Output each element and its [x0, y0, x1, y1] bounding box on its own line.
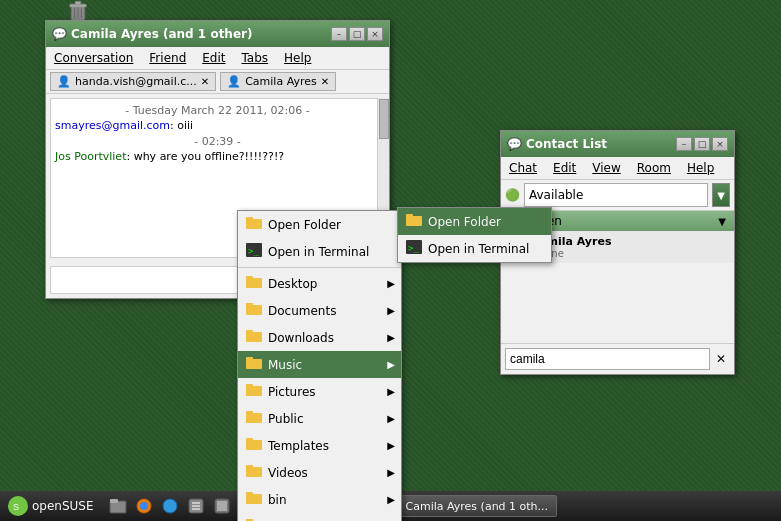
ctx-public[interactable]: Public ▶ — [238, 405, 401, 432]
svg-point-42 — [163, 499, 177, 513]
folder-icon-downloads — [246, 329, 262, 346]
svg-text:S: S — [13, 502, 19, 512]
taskbar-window-chat[interactable]: 💬 Camila Ayres (and 1 oth... — [379, 495, 558, 517]
status-label: Available — [529, 188, 583, 202]
folder-icon-desktop — [246, 275, 262, 292]
submenu-folder-icon — [406, 213, 422, 230]
opensuse-logo: S — [8, 496, 28, 516]
svg-rect-48 — [217, 501, 227, 511]
folder-icon-bin — [246, 491, 262, 508]
contact-list-empty — [501, 263, 734, 343]
available-status-icon: 🟢 — [505, 188, 520, 202]
contact-titlebar: 💬 Contact List – □ × — [501, 131, 734, 157]
tab-camila-icon: 👤 — [227, 75, 241, 88]
svg-rect-15 — [246, 330, 253, 334]
ctx-open-terminal-label: Open in Terminal — [268, 245, 369, 259]
ctx-documents[interactable]: Documents ▶ — [238, 297, 401, 324]
trash-icon[interactable] — [62, 0, 94, 22]
svg-rect-25 — [246, 465, 253, 469]
svg-rect-27 — [246, 492, 253, 496]
chat-scrollbar-thumb[interactable] — [379, 99, 389, 139]
ctx-public-html[interactable]: public_html ▶ — [238, 513, 401, 521]
ctx-open-terminal[interactable]: >_ Open in Terminal — [238, 238, 401, 265]
chat-titlebar: 💬 Camila Ayres (and 1 other) – □ × — [46, 21, 389, 47]
ctx-desktop-label: Desktop — [268, 277, 318, 291]
svg-rect-23 — [246, 438, 253, 442]
folder-icon-pictures — [246, 383, 262, 400]
ctx-pictures[interactable]: Pictures ▶ — [238, 378, 401, 405]
ctx-desktop-arrow: ▶ — [387, 278, 395, 289]
ctx-bin-arrow: ▶ — [387, 494, 395, 505]
taskbar-app-filemanager[interactable] — [106, 494, 130, 518]
tab-camila[interactable]: 👤 Camila Ayres ✕ — [220, 72, 336, 91]
svg-text:>_: >_ — [408, 243, 419, 253]
tab-camila-close[interactable]: ✕ — [321, 76, 329, 87]
folder-icon-documents — [246, 302, 262, 319]
contact-menu-view[interactable]: View — [588, 159, 624, 177]
taskbar-app-mail[interactable] — [158, 494, 182, 518]
menu-tabs[interactable]: Tabs — [238, 49, 273, 67]
folder-icon-videos — [246, 464, 262, 481]
contact-window-title: Contact List — [526, 137, 607, 151]
contact-search-area: ✕ — [501, 343, 734, 374]
submenu-open-folder[interactable]: Open Folder — [398, 208, 551, 235]
contact-search-input[interactable] — [505, 348, 710, 370]
ctx-public-label: Public — [268, 412, 304, 426]
ctx-desktop[interactable]: Desktop ▶ — [238, 270, 401, 297]
taskbar-app-settings[interactable] — [184, 494, 208, 518]
submenu-open-terminal[interactable]: >_ Open in Terminal — [398, 235, 551, 262]
status-dropdown[interactable]: Available — [524, 183, 708, 207]
svg-rect-7 — [246, 217, 253, 221]
folder-icon-public — [246, 410, 262, 427]
menu-conversation[interactable]: Conversation — [50, 49, 137, 67]
chat-sender-1: smayres@gmail.com — [55, 119, 170, 132]
tab-camila-label: Camila Ayres — [245, 75, 317, 88]
ctx-videos[interactable]: Videos ▶ — [238, 459, 401, 486]
contact-minimize-button[interactable]: – — [676, 137, 692, 151]
svg-rect-11 — [246, 276, 253, 280]
tab-handa[interactable]: 👤 handa.vish@gmail.c... ✕ — [50, 72, 216, 91]
chat-window-title: Camila Ayres (and 1 other) — [71, 27, 252, 41]
chat-timestamp-2: - 02:39 - — [55, 134, 380, 149]
contact-menu-help[interactable]: Help — [683, 159, 718, 177]
svg-rect-2 — [75, 1, 81, 4]
ctx-public-arrow: ▶ — [387, 413, 395, 424]
chat-close-button[interactable]: × — [367, 27, 383, 41]
svg-rect-17 — [246, 357, 253, 361]
chat-minimize-button[interactable]: – — [331, 27, 347, 41]
chat-tabs: 👤 handa.vish@gmail.c... ✕ 👤 Camila Ayres… — [46, 70, 389, 94]
taskbar-app-browser[interactable] — [132, 494, 156, 518]
contact-menu-room[interactable]: Room — [633, 159, 675, 177]
menu-help[interactable]: Help — [280, 49, 315, 67]
svg-rect-13 — [246, 303, 253, 307]
contact-window-controls: – □ × — [676, 137, 728, 151]
ctx-downloads[interactable]: Downloads ▶ — [238, 324, 401, 351]
taskbar-start[interactable]: S openSUSE — [0, 491, 102, 521]
contact-menubar: Chat Edit View Room Help — [501, 157, 734, 180]
ctx-music-arrow: ▶ — [387, 359, 395, 370]
contact-search-clear[interactable]: ✕ — [712, 348, 730, 370]
taskbar-app-extra[interactable] — [210, 494, 234, 518]
ctx-music[interactable]: Music ▶ — [238, 351, 401, 378]
tab-handa-close[interactable]: ✕ — [201, 76, 209, 87]
ctx-videos-arrow: ▶ — [387, 467, 395, 478]
chat-message-1: smayres@gmail.com: oiii — [55, 118, 380, 133]
contact-close-button[interactable]: × — [712, 137, 728, 151]
ctx-videos-label: Videos — [268, 466, 308, 480]
group-expand-arrow: ▼ — [718, 216, 726, 227]
contact-restore-button[interactable]: □ — [694, 137, 710, 151]
chat-message-2: Jos Poortvliet: why are you offline?!!!!… — [55, 149, 380, 164]
ctx-bin[interactable]: bin ▶ — [238, 486, 401, 513]
chat-window-controls: – □ × — [331, 27, 383, 41]
contact-menu-edit[interactable]: Edit — [549, 159, 580, 177]
taskbar-apps — [102, 494, 238, 518]
contact-menu-chat[interactable]: Chat — [505, 159, 541, 177]
menu-edit[interactable]: Edit — [198, 49, 229, 67]
menu-friend[interactable]: Friend — [145, 49, 190, 67]
chat-restore-button[interactable]: □ — [349, 27, 365, 41]
chat-timestamp-1: - Tuesday March 22 2011, 02:06 - — [55, 103, 380, 118]
ctx-open-folder[interactable]: Open Folder — [238, 211, 401, 238]
ctx-templates[interactable]: Templates ▶ — [238, 432, 401, 459]
status-dropdown-arrow[interactable]: ▼ — [712, 183, 730, 207]
ctx-templates-arrow: ▶ — [387, 440, 395, 451]
